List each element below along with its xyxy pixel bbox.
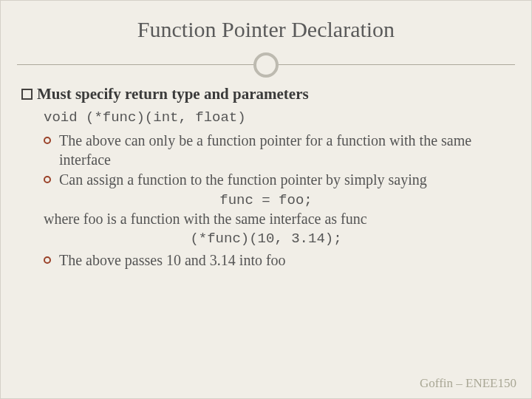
heading-line: Must specify return type and parameters [21, 85, 511, 103]
bullet-text-2: Can assign a function to the function po… [59, 171, 511, 190]
circle-bullet-icon [44, 256, 51, 264]
footer-text: Goffin – ENEE150 [420, 376, 516, 391]
slide-content: Must specify return type and parameters … [1, 82, 531, 270]
heading-text: Must specify return type and parameters [37, 85, 309, 103]
code-declaration: void (*func)(int, float) [44, 109, 511, 126]
bullet-text-1: The above can only be a function pointer… [59, 132, 511, 169]
bullet-item: The above passes 10 and 3.14 into foo [44, 251, 511, 270]
bullet-item: The above can only be a function pointer… [44, 132, 511, 169]
code-call: (*func)(10, 3.14); [21, 231, 511, 247]
square-bullet-icon [21, 89, 33, 100]
where-line: where foo is a function with the same in… [44, 211, 511, 228]
circle-bullet-icon [44, 137, 51, 144]
divider-circle-icon [253, 52, 279, 78]
bullet-text-3: The above passes 10 and 3.14 into foo [59, 251, 511, 270]
slide-title: Function Pointer Declaration [1, 1, 531, 52]
divider [1, 52, 531, 78]
code-assignment: func = foo; [21, 192, 511, 208]
bullet-item: Can assign a function to the function po… [44, 171, 511, 190]
circle-bullet-icon [44, 176, 51, 183]
